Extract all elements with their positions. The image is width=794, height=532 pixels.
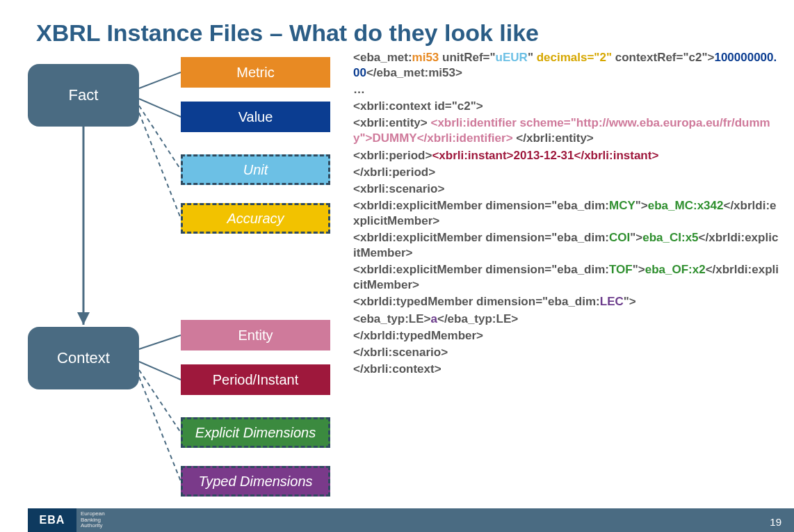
code-text: </xbrli:scenario> <box>353 345 781 360</box>
chip-metric: Metric <box>181 57 330 88</box>
chip-period: Period/Instant <box>181 364 330 395</box>
code-green: eba_CI:x5 <box>642 231 698 244</box>
svg-line-8 <box>139 377 181 481</box>
code-green: eba_MC:x342 <box>648 199 724 212</box>
code-green: MCY <box>609 199 635 212</box>
code-text: </eba_typ:LE> <box>437 312 518 325</box>
code-green: eba_OF:x2 <box>645 263 706 276</box>
code-text: "> <box>624 295 636 308</box>
code-text: "> <box>633 263 645 276</box>
code-text: " <box>528 51 537 64</box>
code-text: <eba_typ:LE> <box>353 312 431 325</box>
chip-explicit-dimensions: Explicit Dimensions <box>181 417 330 448</box>
code-text: <xbrldi:explicitMember dimension="eba_di… <box>353 199 609 212</box>
eba-subtitle: European Banking Authority <box>81 511 105 529</box>
code-text: … <box>353 82 781 97</box>
code-text: contextRef="c2"> <box>612 51 714 64</box>
svg-line-2 <box>139 99 181 117</box>
chip-entity: Entity <box>181 320 330 350</box>
code-gold: decimals="2" <box>537 51 612 64</box>
code-text: <xbrli:context id="c2"> <box>353 99 781 114</box>
code-text: "> <box>635 199 648 212</box>
chip-accuracy: Accuracy <box>181 203 330 234</box>
code-green: COI <box>609 231 630 244</box>
code-text: <xbrldi:explicitMember dimension="eba_di… <box>353 231 609 244</box>
code-text: <xbrldi:explicitMember dimension="eba_di… <box>353 263 609 276</box>
svg-line-6 <box>139 362 181 380</box>
code-text: </xbrli:period> <box>353 165 781 180</box>
node-fact: Fact <box>28 64 139 127</box>
code-skyblue: uEUR <box>496 51 528 64</box>
code-purple: a <box>431 312 437 325</box>
code-text: unitRef=" <box>439 51 495 64</box>
diagram-area: Fact Context Metric Value Unit Accuracy … <box>21 50 355 495</box>
svg-line-4 <box>139 113 181 218</box>
code-purple: LEC <box>600 295 624 308</box>
code-text: <xbrli:scenario> <box>353 182 781 197</box>
eba-sub-line: Authority <box>81 523 105 529</box>
code-text: <eba_met: <box>353 51 412 64</box>
code-text: </xbrli:context> <box>353 362 781 377</box>
code-text: <xbrldi:typedMember dimension="eba_dim: <box>353 295 600 308</box>
slide-footer: EBA European Banking Authority 19 <box>28 508 794 532</box>
chip-unit: Unit <box>181 154 330 185</box>
code-text: </xbrldi:typedMember> <box>353 328 781 344</box>
code-maroon: <xbrli:instant>2013-12-31</xbrli:instant… <box>432 149 658 162</box>
page-number: 19 <box>770 516 781 528</box>
code-text: </eba_met:mi53> <box>366 66 462 79</box>
xml-code-block: <eba_met:mi53 unitRef="uEUR" decimals="2… <box>353 50 781 378</box>
svg-line-3 <box>139 106 181 170</box>
svg-line-7 <box>139 370 181 433</box>
code-text: </xbrli:entity> <box>513 131 594 145</box>
slide-title: XBRL Instance Files – What do they look … <box>36 19 539 47</box>
chip-typed-dimensions: Typed Dimensions <box>181 466 330 497</box>
svg-line-1 <box>139 72 181 88</box>
eba-logo: EBA <box>28 508 76 532</box>
code-orange: mi53 <box>412 51 439 64</box>
chip-value: Value <box>181 102 330 132</box>
node-context: Context <box>28 327 139 389</box>
code-text: <xbrli:entity> <box>353 116 430 129</box>
svg-line-5 <box>139 335 181 349</box>
code-green: TOF <box>609 263 633 276</box>
code-text: "> <box>630 231 642 244</box>
code-text: <xbrli:period> <box>353 149 432 162</box>
